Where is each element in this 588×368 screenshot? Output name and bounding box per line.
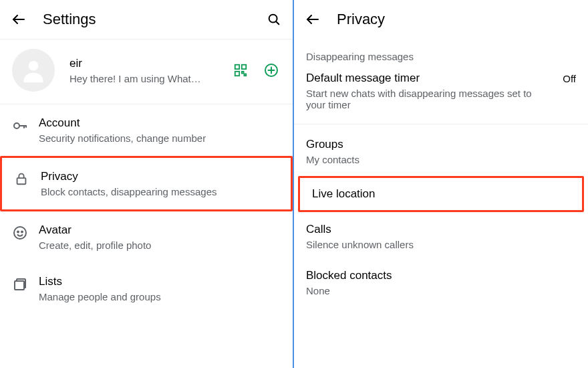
- calls-sub: Silence unknown callers: [306, 239, 576, 250]
- svg-rect-16: [17, 178, 26, 184]
- lists-item[interactable]: Lists Manage people and groups: [0, 263, 293, 314]
- live-location-item[interactable]: Live location: [298, 176, 584, 212]
- svg-point-18: [17, 232, 19, 233]
- face-icon: [12, 225, 28, 241]
- avatar-sub: Create, edit, profile photo: [39, 240, 281, 251]
- search-button[interactable]: [265, 10, 283, 29]
- svg-rect-20: [15, 281, 24, 290]
- profile-actions: [231, 61, 281, 80]
- settings-panel: Settings eir Hey there! I am using What……: [0, 0, 294, 368]
- svg-rect-8: [245, 74, 247, 76]
- privacy-title: Privacy: [41, 170, 279, 183]
- blocked-title: Blocked contacts: [306, 269, 576, 282]
- plus-circle-icon: [263, 62, 279, 78]
- svg-rect-5: [242, 65, 246, 69]
- svg-point-17: [14, 227, 26, 239]
- qr-code-icon: [233, 63, 248, 78]
- groups-item[interactable]: Groups My contacts: [294, 128, 588, 175]
- privacy-panel: Privacy Disappearing messages Default me…: [294, 0, 588, 368]
- disappearing-section-header: Disappearing messages: [294, 39, 588, 66]
- svg-point-19: [21, 232, 23, 233]
- svg-rect-6: [235, 72, 239, 76]
- svg-point-12: [14, 123, 19, 128]
- lock-icon: [14, 171, 29, 186]
- lists-icon: [12, 276, 28, 292]
- calls-title: Calls: [306, 223, 576, 236]
- groups-sub: My contacts: [306, 154, 576, 165]
- calls-item[interactable]: Calls Silence unknown callers: [294, 213, 588, 260]
- back-button[interactable]: [9, 10, 28, 29]
- arrow-back-icon: [305, 11, 321, 27]
- key-icon: [12, 118, 28, 134]
- privacy-page-title: Privacy: [337, 11, 579, 28]
- groups-title: Groups: [306, 138, 576, 151]
- svg-rect-4: [235, 65, 239, 69]
- privacy-item[interactable]: Privacy Block contacts, disappearing mes…: [0, 156, 293, 211]
- qr-code-button[interactable]: [231, 61, 250, 80]
- profile-name: eir: [69, 57, 226, 70]
- privacy-sub: Block contacts, disappearing messages: [41, 186, 279, 197]
- svg-rect-7: [242, 72, 244, 74]
- avatar-title: Avatar: [39, 223, 281, 237]
- profile-status: Hey there! I am using What…: [69, 73, 226, 84]
- account-sub: Security notifications, change number: [39, 132, 281, 144]
- person-icon: [19, 56, 48, 85]
- default-timer-title: Default message timer: [306, 72, 553, 85]
- blocked-contacts-item[interactable]: Blocked contacts None: [294, 260, 588, 306]
- live-location-title: Live location: [312, 187, 570, 201]
- arrow-back-icon: [11, 11, 27, 27]
- default-timer-value: Off: [563, 72, 576, 84]
- account-item[interactable]: Account Security notifications, change n…: [0, 104, 293, 156]
- settings-title: Settings: [43, 11, 265, 28]
- privacy-header: Privacy: [294, 0, 588, 39]
- blocked-sub: None: [306, 285, 576, 296]
- profile-text: eir Hey there! I am using What…: [69, 57, 226, 84]
- lists-sub: Manage people and groups: [39, 291, 281, 302]
- avatar: [12, 49, 55, 92]
- settings-header: Settings: [0, 0, 293, 39]
- svg-point-3: [29, 61, 39, 71]
- default-timer-item[interactable]: Default message timer Start new chats wi…: [294, 66, 588, 121]
- lists-title: Lists: [39, 275, 281, 288]
- profile-row[interactable]: eir Hey there! I am using What…: [0, 39, 293, 104]
- avatar-item[interactable]: Avatar Create, edit, profile photo: [0, 211, 293, 263]
- add-account-button[interactable]: [262, 61, 281, 80]
- account-title: Account: [39, 116, 281, 130]
- divider: [294, 124, 588, 124]
- back-button-privacy[interactable]: [303, 10, 322, 29]
- svg-line-2: [276, 21, 279, 24]
- search-icon: [267, 12, 281, 27]
- default-timer-sub: Start new chats with disappearing messag…: [306, 88, 553, 110]
